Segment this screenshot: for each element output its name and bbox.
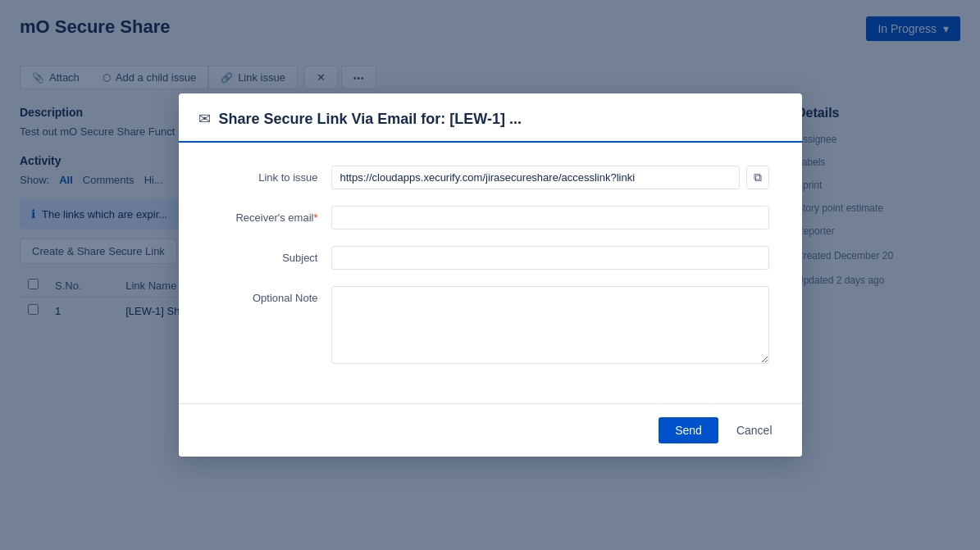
note-textarea[interactable] bbox=[331, 286, 769, 364]
receiver-email-row: Receiver's email* bbox=[212, 206, 769, 230]
modal-title: Share Secure Link Via Email for: [LEW-1]… bbox=[219, 111, 522, 128]
email-header-icon: ✉ bbox=[198, 110, 211, 128]
modal-footer: Send Cancel bbox=[179, 404, 802, 457]
link-label: Link to issue bbox=[212, 166, 318, 184]
modal-overlay: ✉ Share Secure Link Via Email for: [LEW-… bbox=[0, 0, 980, 550]
link-input[interactable] bbox=[331, 166, 740, 189]
subject-input-wrap bbox=[331, 246, 769, 270]
subject-row: Subject bbox=[212, 246, 769, 270]
cancel-button[interactable]: Cancel bbox=[727, 417, 782, 443]
subject-input[interactable] bbox=[331, 246, 769, 270]
send-button[interactable]: Send bbox=[659, 417, 718, 443]
note-label: Optional Note bbox=[212, 286, 318, 304]
optional-note-row: Optional Note bbox=[212, 286, 769, 364]
copy-link-button[interactable]: ⧉ bbox=[746, 166, 769, 189]
modal-header: ✉ Share Secure Link Via Email for: [LEW-… bbox=[179, 93, 802, 143]
modal-body: Link to issue ⧉ Receiver's email* bbox=[179, 143, 802, 403]
link-to-issue-row: Link to issue ⧉ bbox=[212, 166, 769, 189]
note-input-wrap bbox=[331, 286, 769, 364]
copy-icon: ⧉ bbox=[754, 170, 762, 184]
email-label: Receiver's email* bbox=[212, 206, 318, 224]
receiver-email-input[interactable] bbox=[331, 206, 769, 230]
link-input-wrap: ⧉ bbox=[331, 166, 769, 189]
share-modal: ✉ Share Secure Link Via Email for: [LEW-… bbox=[179, 93, 802, 457]
subject-label: Subject bbox=[212, 246, 318, 264]
email-input-wrap bbox=[331, 206, 769, 230]
